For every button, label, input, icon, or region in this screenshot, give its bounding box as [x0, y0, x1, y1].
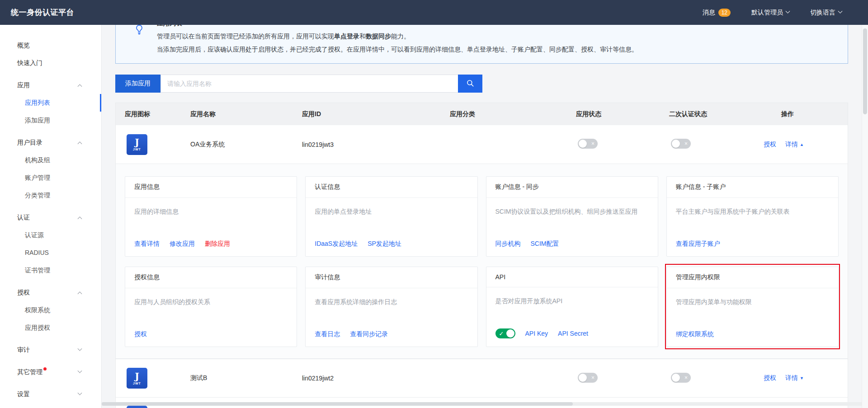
sidebar-item-add-app[interactable]: 添加应用	[0, 112, 101, 129]
sidebar-group-other-management[interactable]: 其它管理	[0, 363, 101, 381]
sidebar-group-audit[interactable]: 审计	[0, 341, 101, 359]
app-status-toggle[interactable]: ×	[578, 139, 598, 149]
horizontal-scrollbar[interactable]	[102, 402, 862, 406]
col-header-mfa-status: 二次认证状态	[669, 110, 781, 118]
scim-config-link[interactable]: SCIM配置	[531, 240, 559, 248]
sidebar-group-user-directory[interactable]: 用户目录	[0, 134, 101, 151]
triangle-up-icon: ▲	[800, 142, 804, 147]
x-icon: ×	[684, 375, 688, 380]
sidebar: 概览 快速入门 应用 应用列表 添加应用 用户目录 机构及组 账户管理 分类管理…	[0, 25, 102, 408]
app-name: OA业务系统	[190, 141, 302, 149]
chevron-up-icon	[78, 141, 82, 146]
add-app-button[interactable]: 添加应用	[115, 75, 160, 93]
sidebar-group-authorization[interactable]: 授权	[0, 284, 101, 301]
banner-line-1: 管理员可以在当前页面管理已经添加的所有应用，应用可以实现单点登录和数据同步能力。	[157, 32, 638, 41]
sidebar-group-apps[interactable]: 应用	[0, 76, 101, 94]
sidebar-item-category-management[interactable]: 分类管理	[0, 187, 101, 204]
col-header-name: 应用名称	[190, 110, 302, 118]
mfa-status-toggle[interactable]: ×	[671, 373, 691, 383]
card-in-app-permissions: 管理应用内权限 管理应用内菜单与功能权限 绑定权限系统	[666, 267, 839, 347]
language-label: 切换语言	[810, 9, 835, 17]
sidebar-item-account-management[interactable]: 账户管理	[0, 169, 101, 187]
view-details-link[interactable]: 查看详情	[134, 240, 160, 248]
jwt-app-icon	[127, 406, 147, 408]
card-sub-accounts: 账户信息 - 子账户 平台主账户与应用系统中子账户的关联表 查看应用子账户	[666, 176, 839, 257]
mfa-status-toggle[interactable]: ×	[671, 139, 691, 149]
api-toggle[interactable]: ✓	[495, 328, 515, 338]
messages-label: 消息	[703, 9, 715, 17]
card-api: API 是否对应用开放系统API ✓ API Key API Secret	[486, 267, 658, 347]
chevron-up-icon	[78, 216, 82, 221]
app-status-toggle[interactable]: ×	[578, 373, 598, 383]
chevron-down-icon	[786, 9, 790, 14]
detail-toggle-link[interactable]: 详情▼	[785, 374, 804, 382]
idaas-initiated-link[interactable]: IDaaS发起地址	[315, 240, 358, 248]
sp-initiated-link[interactable]: SP发起地址	[368, 240, 401, 248]
notification-dot	[43, 367, 47, 370]
app-id: lin0219jwt3	[302, 141, 450, 148]
col-header-actions: 操作	[781, 110, 848, 118]
sidebar-group-authentication[interactable]: 认证	[0, 209, 101, 226]
banner-title: 应用列表	[157, 25, 638, 28]
admin-label: 默认管理员	[751, 9, 783, 17]
search-button[interactable]	[458, 75, 482, 93]
banner-line-2: 当添加完应用后，应该确认应用处于启用状态，并已经完成了授权。在应用详情中，可以看…	[157, 45, 638, 54]
sidebar-item-permission-system[interactable]: 权限系统	[0, 301, 101, 319]
vertical-scrollbar[interactable]	[862, 25, 868, 408]
topbar: 统一身份认证平台 消息 12 默认管理员 切换语言	[0, 0, 868, 25]
card-auth-info: 认证信息 应用的单点登录地址 IDaaS发起地址 SP发起地址	[305, 176, 477, 257]
toolbar: 添加应用	[115, 75, 848, 93]
col-header-icon: 应用图标	[125, 110, 190, 118]
card-audit-info: 审计信息 查看应用系统详细的操作日志 查看日志 查看同步记录	[305, 267, 477, 347]
app-id: lin0219jwt2	[302, 375, 450, 382]
view-sub-accounts-link[interactable]: 查看应用子账户	[676, 240, 720, 248]
delete-app-link[interactable]: 删除应用	[205, 240, 230, 248]
triangle-down-icon: ▼	[800, 376, 804, 380]
messages-menu[interactable]: 消息 12	[703, 9, 731, 17]
messages-count-badge: 12	[718, 9, 731, 17]
search-input[interactable]	[160, 75, 458, 93]
card-account-sync: 账户信息 - 同步 SCIM协议设置以及把组织机构、组同步推送至应用 同步机构 …	[486, 176, 658, 257]
app-detail-panel: 应用信息 应用的详细信息 查看详情 修改应用 删除应用 认证信息 应用的单点登录…	[116, 164, 848, 359]
chevron-down-icon	[78, 368, 82, 373]
chevron-down-icon	[78, 390, 82, 395]
sidebar-item-radius[interactable]: RADIUS	[0, 244, 101, 262]
chevron-down-icon	[78, 346, 82, 351]
sync-org-link[interactable]: 同步机构	[495, 240, 521, 248]
x-icon: ×	[684, 141, 688, 146]
view-logs-link[interactable]: 查看日志	[315, 330, 340, 338]
detail-toggle-link[interactable]: 详情▲	[785, 141, 804, 149]
col-header-app-id: 应用ID	[302, 110, 450, 118]
table-header-row: 应用图标 应用名称 应用ID 应用分类 应用状态 二次认证状态 操作	[116, 103, 848, 125]
modify-app-link[interactable]: 修改应用	[170, 240, 195, 248]
language-menu[interactable]: 切换语言	[810, 9, 842, 17]
x-icon: ×	[591, 375, 594, 380]
check-icon: ✓	[499, 331, 504, 337]
api-key-link[interactable]: API Key	[525, 330, 548, 337]
main-content: 应用列表 管理员可以在当前页面管理已经添加的所有应用，应用可以实现单点登录和数据…	[102, 25, 868, 408]
sidebar-item-cert-management[interactable]: 证书管理	[0, 262, 101, 279]
search-icon	[466, 79, 474, 89]
admin-menu[interactable]: 默认管理员	[751, 9, 789, 17]
view-sync-records-link[interactable]: 查看同步记录	[350, 330, 388, 338]
sidebar-item-quick-start[interactable]: 快速入门	[0, 54, 101, 72]
sidebar-item-app-authorization[interactable]: 应用授权	[0, 319, 101, 337]
chevron-up-icon	[78, 84, 82, 89]
sidebar-item-auth-sources[interactable]: 认证源	[0, 226, 101, 244]
bind-permission-system-link[interactable]: 绑定权限系统	[676, 330, 714, 338]
sidebar-item-overview[interactable]: 概览	[0, 37, 101, 54]
app-name: 测试B	[190, 374, 302, 382]
authorize-link[interactable]: 授权	[134, 330, 147, 338]
authorize-link[interactable]: 授权	[764, 374, 776, 382]
lightbulb-icon	[133, 25, 145, 54]
table-row: J JWT OA业务系统 lin0219jwt3 × × 授权 详情▲	[116, 125, 848, 164]
authorize-link[interactable]: 授权	[764, 141, 776, 149]
x-icon: ×	[591, 141, 594, 146]
sidebar-item-app-list[interactable]: 应用列表	[0, 94, 101, 112]
api-secret-link[interactable]: API Secret	[558, 330, 588, 337]
sidebar-group-settings[interactable]: 设置	[0, 385, 101, 403]
chevron-up-icon	[78, 291, 82, 296]
sidebar-item-org-groups[interactable]: 机构及组	[0, 151, 101, 169]
app-table: 应用图标 应用名称 应用ID 应用分类 应用状态 二次认证状态 操作 J JWT…	[115, 103, 848, 408]
app-title: 统一身份认证平台	[0, 7, 74, 18]
